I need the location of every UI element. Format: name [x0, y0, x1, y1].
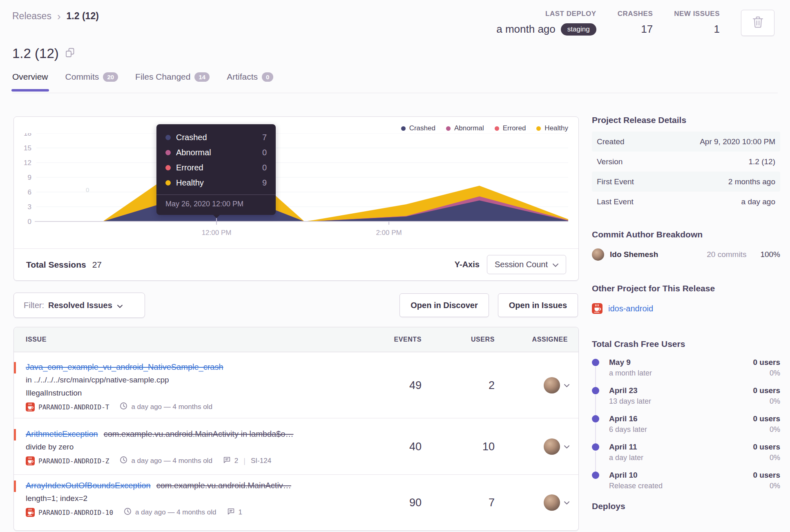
chevron-down-icon [117, 301, 123, 310]
assignee-selector[interactable] [544, 377, 569, 393]
delete-release-button[interactable] [741, 10, 774, 36]
tab-artifacts-badge: 0 [262, 72, 273, 82]
tooltip-errored-label: Errored [176, 163, 257, 172]
healthy-dot-icon [536, 126, 541, 131]
legend-item-healthy[interactable]: Healthy [536, 124, 568, 132]
project-slug[interactable]: PARANOID-ANDROID-10 [38, 509, 113, 516]
last-deploy-value: a month ago [496, 23, 556, 36]
crashes-value: 17 [641, 23, 653, 36]
timeline-connector [595, 367, 596, 388]
issue-title-link[interactable]: Java_com_example_vu_android_NativeSample… [26, 362, 223, 371]
list-item: April 16 6 days later 0 users 0% [592, 414, 780, 434]
filter-selected-value: Resolved Issues [48, 301, 112, 310]
author-avatar [592, 248, 604, 261]
project-slug[interactable]: PARANOID-ANDROID-Z [38, 457, 109, 465]
errored-dot-icon [495, 126, 499, 131]
table-row: Java_com_example_vu_android_NativeSample… [14, 352, 578, 418]
tab-artifacts[interactable]: Artifacts 0 [227, 72, 273, 91]
list-item: April 11 a day later 0 users 0% [592, 443, 780, 462]
legend-item-abnormal[interactable]: Abnormal [446, 124, 484, 132]
stat-new-issues: NEW ISSUES 1 [674, 10, 720, 36]
issue-title-link[interactable]: ArrayIndexOutOfBoundsException [26, 481, 151, 490]
issue-short-id: SI-124 [251, 457, 271, 465]
issues-table-header: ISSUE EVENTS USERS ASSIGNEE [14, 327, 578, 352]
meta-divider: | [242, 457, 247, 465]
y-axis-select[interactable]: Session Count [487, 255, 566, 274]
tab-overview[interactable]: Overview [12, 72, 48, 91]
other-project-link[interactable]: idos-android [608, 304, 653, 313]
detail-row-created: Created Apr 9, 2020 10:00 PM [592, 132, 780, 152]
comment-icon [227, 507, 235, 517]
issue-title-link[interactable]: ArithmeticException [26, 429, 98, 438]
crashed-dot-icon [401, 126, 406, 131]
y-axis-label: Y-Axis [455, 260, 480, 269]
svg-text:18: 18 [24, 133, 31, 137]
trash-icon [752, 16, 763, 30]
svg-text:6: 6 [28, 188, 31, 196]
author-name: Ido Shemesh [610, 250, 707, 259]
clock-icon [124, 507, 132, 517]
page-title-block: 1.2 (12) [12, 46, 75, 61]
assignee-avatar [544, 438, 560, 455]
tab-bar: Overview Commits 20 Files Changed 14 Art… [12, 72, 273, 91]
stat-last-deploy: LAST DEPLOY a month ago staging [496, 10, 596, 36]
tab-commits[interactable]: Commits 20 [65, 72, 118, 91]
timeline-dot-icon [592, 443, 599, 451]
users-count: 2 [489, 379, 495, 391]
y-axis-selected-value: Session Count [495, 260, 548, 269]
users-count: 10 [482, 440, 495, 453]
issue-culprit-inline: com.example.vu.android.MainActiv… [156, 481, 291, 490]
chart-tooltip: Crashed 7 Abnormal 0 Errored 0 Healthy 9… [156, 124, 276, 215]
comment-count: 2 [234, 457, 238, 465]
tooltip-date: May 26, 2020 12:00 PM [156, 195, 276, 215]
tab-overview-label: Overview [12, 72, 48, 82]
table-row: ArithmeticExceptioncom.example.vu.androi… [14, 418, 578, 475]
tab-files-changed[interactable]: Files Changed 14 [135, 72, 210, 91]
chart-legend: Crashed Abnormal Errored Healthy [401, 124, 568, 132]
issue-age: a day ago — 4 months old [131, 403, 212, 411]
svg-text:12:00 PM: 12:00 PM [202, 229, 232, 236]
assignee-selector[interactable] [544, 438, 569, 455]
legend-item-errored[interactable]: Errored [495, 124, 526, 132]
users-count: 7 [489, 496, 495, 509]
tab-artifacts-label: Artifacts [227, 72, 258, 82]
timeline-percent: 0% [753, 369, 780, 378]
stat-crashes: CRASHES 17 [618, 10, 653, 36]
legend-errored-label: Errored [503, 124, 526, 132]
timeline-users: 0 users [753, 414, 780, 423]
new-issues-label: NEW ISSUES [674, 10, 720, 18]
tooltip-crashed-value: 7 [262, 133, 267, 142]
copy-icon[interactable] [65, 48, 75, 60]
timeline-dot-icon [592, 472, 599, 479]
breadcrumb-releases-link[interactable]: Releases [12, 11, 51, 22]
detail-row-version: Version 1.2 (12) [592, 152, 780, 172]
release-overview-page: Releases › 1.2 (12) LAST DEPLOY a month … [0, 0, 790, 532]
crashes-label: CRASHES [618, 10, 653, 18]
issue-message: divide by zero [26, 440, 393, 454]
tab-files-changed-badge: 14 [194, 72, 210, 82]
timeline-users: 0 users [753, 443, 780, 452]
comment-icon [223, 456, 231, 466]
list-item: April 23 13 days later 0 users 0% [592, 386, 780, 406]
issues-filter-bar: Filter: Resolved Issues Open in Discover… [13, 293, 578, 318]
resolved-issues-table: ISSUE EVENTS USERS ASSIGNEE Java_com_exa… [13, 327, 579, 531]
issues-filter-select[interactable]: Filter: Resolved Issues [13, 293, 145, 318]
assignee-selector[interactable] [544, 494, 569, 511]
filter-label: Filter: [24, 301, 44, 310]
chevron-down-icon [553, 260, 558, 269]
comment-count: 1 [239, 508, 242, 516]
open-in-issues-button[interactable]: Open in Issues [498, 293, 578, 317]
commit-author-row: Ido Shemesh 20 commits 100% [592, 248, 780, 261]
legend-item-crashed[interactable]: Crashed [401, 124, 435, 132]
detail-row-last-event: Last Event a day ago [592, 192, 780, 212]
events-count: 49 [409, 379, 422, 391]
open-in-discover-button[interactable]: Open in Discover [399, 293, 489, 317]
new-issues-value: 1 [714, 23, 720, 36]
last-event-value: a day ago [741, 197, 775, 206]
timeline-dot-icon [592, 387, 599, 394]
project-slug[interactable]: PARANOID-ANDROID-T [38, 403, 109, 411]
other-project-row: idos-android [592, 303, 780, 314]
deploys-heading: Deploys [592, 501, 780, 511]
release-sidebar: Project Release Details Created Apr 9, 2… [592, 115, 780, 511]
author-percent: 100% [760, 250, 780, 259]
